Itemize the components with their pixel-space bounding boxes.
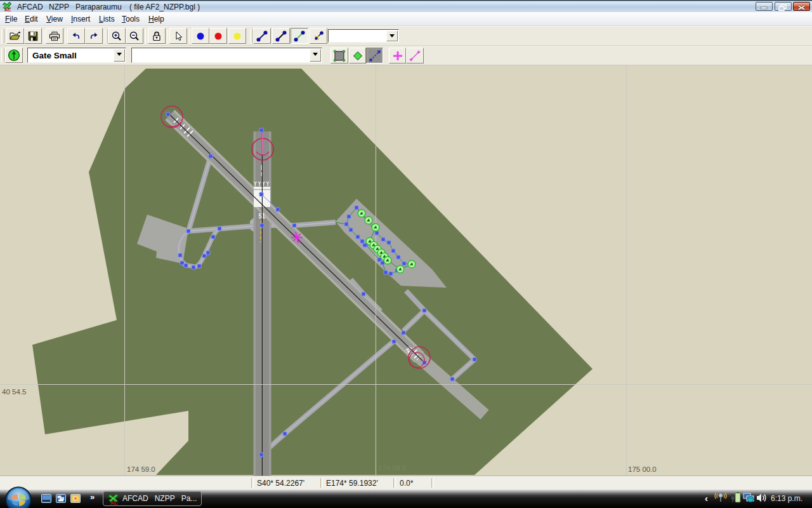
svg-text:AC: AC	[4, 8, 11, 12]
svg-text:175 00.0: 175 00.0	[628, 465, 657, 473]
svg-text:174 59.0: 174 59.0	[127, 465, 155, 473]
svg-text:174 59.5: 174 59.5	[378, 464, 407, 472]
svg-text:40 54.5: 40 54.5	[2, 388, 26, 396]
svg-text:AC: AC	[110, 500, 118, 505]
